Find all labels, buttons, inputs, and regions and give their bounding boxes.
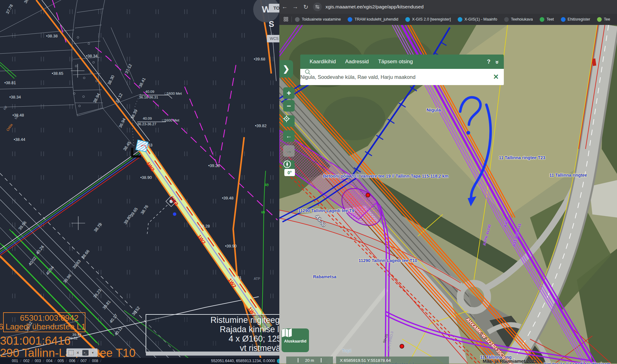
layout-tab[interactable]: 003 [35,359,46,363]
cad-elevation-label: •39.90 [225,244,237,248]
forward-icon[interactable]: → [290,3,301,10]
cad-elevation-label: •39.82 [255,123,267,128]
cad-elevation-label: 39.96 [62,273,72,284]
bookmark-item[interactable]: Ehitisregister [561,17,590,22]
history-back-button[interactable]: ← [283,130,295,142]
map-viewport[interactable]: Nigula11 Tallinna ringtee T2311 Tallinna… [279,25,617,364]
cad-elevation-label: 36.23-36.27 [137,122,156,126]
tab-tapsem-otsing[interactable]: Täpsem otsing [378,59,413,65]
url-text[interactable]: xgis.maaamet.ee/xgis2/page/app/kitsendus… [325,4,424,10]
reload-icon[interactable]: ↻ [301,3,311,11]
bookmark-item[interactable]: Teehoiukava [504,17,533,22]
cad-selection-toolbar[interactable]: ✕ >_ ▼ [66,348,98,357]
cad-elevation-label: 39.81 [102,299,112,310]
search-icon [305,69,311,75]
tab-aadressid[interactable]: Aadressid [345,59,369,65]
zoom-in-button[interactable]: + [283,87,295,99]
locate-icon [283,115,290,122]
search-bar[interactable]: Nigula, Soodevahe küla, Rae vald, Harju … [300,69,504,85]
cadastral-number: 65301:003:0942 [20,313,79,323]
collapse-chevrons-icon[interactable]: » [494,60,501,63]
cad-elevation-label: 36.18-36.31 [139,95,158,99]
layout-tab[interactable]: 006 [69,359,81,363]
apps-grid-icon[interactable] [284,17,288,22]
bookmark-favicon [458,17,462,22]
top-view-button[interactable]: TOP [269,4,279,12]
site-settings-icon[interactable] [313,2,322,11]
browser-window: Nigula11 Tallinna ringtee T2311 Tallinna… [279,0,617,364]
cad-elevation-label: 40.09 [143,117,152,120]
bookmark-item[interactable]: X-GIS(1) - Maainfo [458,17,497,22]
cad-elevation-label: 40.17 [108,313,118,324]
cad-elevation-label: 39.23 [92,288,102,299]
help-icon[interactable]: ? [487,59,490,65]
cad-elevation-label: ATP [254,277,260,280]
scale-value: 20 m [305,358,314,363]
map-label: A31 A30 A41 [511,223,522,247]
cad-elevation-label: 36.94 [118,117,127,129]
scale-tick [298,358,298,362]
map-label: Nigula [427,107,441,113]
zoom-in-label: + [287,89,291,98]
s-label: S [269,19,274,29]
zoom-out-label: − [287,102,291,110]
cad-elevation-label: 40.04 [45,265,55,276]
clear-search-icon[interactable]: ✕ [493,73,499,81]
address-bar[interactable]: xgis.maaamet.ee/xgis2/page/app/kitsendus… [313,2,424,11]
cad-panel: 38.9237.78•38.38•38.65•38.34•38.81•38.34… [0,0,279,364]
layout-tab[interactable]: 008 [92,359,104,363]
bookmark-item[interactable]: Teet [540,17,554,22]
cad-elevation-label: 38.45 [122,141,132,151]
note-line: Rajada kinnise läbindamise mee [146,325,279,334]
bookmark-favicon [295,17,300,22]
cad-elevation-label: 38.30 [107,74,115,86]
layout-tab[interactable]: 004 [46,359,58,363]
top-label: TOP [273,5,279,11]
map-label: Betooni põik 20 // Vanvere tee 19 // Tal… [323,174,449,179]
selection-box-icon[interactable] [69,350,74,355]
cad-elevation-label: Orkla [6,123,13,132]
tab-kaardikihid[interactable]: Kaardikihid [310,59,336,65]
bookmark-item[interactable]: X-GIS 2.0 [teeregister] [405,17,451,22]
scale-bar: 20 m [286,357,333,364]
layout-tab[interactable]: 007 [80,359,92,363]
basemap-button[interactable]: Aluskaardid [282,328,309,352]
locate-button[interactable] [283,115,295,127]
wcs-button[interactable]: WCS ▾ [267,35,279,42]
bookmark-favicon [561,17,566,22]
map-label: Topi [342,348,351,353]
search-input[interactable]: Nigula, Soodevahe küla, Rae vald, Harju … [300,74,493,80]
map-label: 11290 Tallinn-Lagedi tee T9 [298,208,354,213]
cad-note-box: Ristumine riigiteega nr 11290 Tallinna R… [146,314,279,353]
map-label: Rabametsa [313,274,336,279]
browser-toolbar: ← → ↻ xgis.maaamet.ee/xgis2/page/app/kit… [279,0,617,14]
map-label: 11290 Tallinn-Lagedi tee T10 [359,258,417,263]
zoom-out-button[interactable]: − [283,100,295,112]
layout-tab[interactable]: 005 [58,359,69,363]
close-icon[interactable]: ✕ [75,350,81,356]
panel-expand-flap[interactable]: ❯ [279,60,293,78]
cad-elevation-label: 37.12 [124,63,133,74]
back-icon[interactable]: ← [279,3,290,10]
cad-elevation-label: 38.39 [130,109,138,120]
coordinate-readout: X:6585919.51 Y:551878.64 [336,357,449,364]
bookmark-item[interactable]: TRAM koduleht_juhendid [348,17,398,22]
bookmark-favicon [405,17,410,22]
cad-elevation-label: •39.28 [198,224,210,228]
map-label: 50+25 [382,333,389,343]
cad-elevation-label: 39.56 [17,220,27,231]
layout-tab[interactable]: 002 [23,359,35,363]
history-forward-button[interactable]: → [283,145,295,157]
map-label: AS-50 [315,214,327,228]
rotation-indicator[interactable]: 0° [284,169,295,176]
cad-elevation-label: •38.65 [52,71,63,76]
compass-icon [283,160,291,168]
cad-cursor-coordinates: 552051.6440, 6585913.1234, 0.0000 [211,359,275,363]
bookmark-item[interactable]: Toiduainete vaatamine [295,17,341,22]
chevron-down-icon[interactable]: ▼ [90,350,96,356]
command-line-icon[interactable]: >_ [82,350,89,356]
basemap-label: Aluskaardid [284,339,306,343]
bookmark-item[interactable]: Tee [597,17,610,22]
layout-tab[interactable]: 001 [12,359,23,363]
cad-elevation-label: 38.76 [140,204,149,215]
